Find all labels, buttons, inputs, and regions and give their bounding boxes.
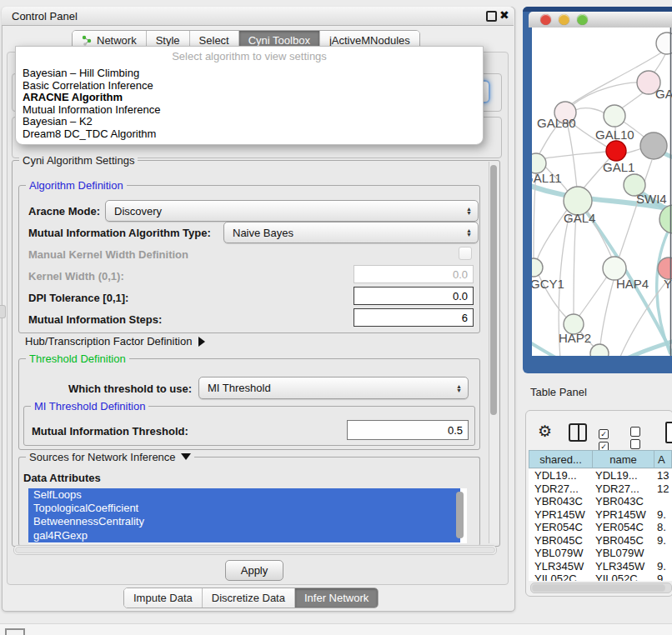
table-row[interactable]: YIL052CYIL052C9. — [529, 572, 672, 581]
dropdown-item[interactable]: Bayesian – Hill Climbing — [16, 68, 483, 80]
columns-icon[interactable] — [569, 423, 587, 442]
table-panel-title: Table Panel — [530, 386, 587, 398]
table-row[interactable]: YBR043CYBR043C — [529, 495, 672, 508]
dropdown-item[interactable]: Basic Correlation Inference — [16, 80, 483, 92]
table-row[interactable]: YDL19...YDL19...13 — [529, 469, 672, 482]
list-item[interactable]: BetweennessCentrality — [28, 515, 460, 528]
network-edge — [570, 82, 642, 107]
collapsed-panel-button[interactable] — [5, 628, 25, 635]
minimize-traffic-light-icon[interactable] — [559, 14, 569, 25]
table-row[interactable]: YDR27...YDR27...12 — [529, 482, 672, 496]
network-node-label: GAL4 — [564, 211, 595, 225]
mi-steps-field[interactable] — [354, 308, 474, 327]
list-scrollbar-thumb[interactable] — [456, 492, 464, 538]
network-node[interactable] — [656, 32, 672, 54]
control-panel-titlebar — [2, 7, 514, 26]
table-cell: YDR27... — [593, 482, 654, 496]
table-cell: YBL079W — [529, 547, 593, 560]
dpi-tolerance-label: DPI Tolerance [0,1]: — [28, 292, 128, 304]
select-all-icon[interactable]: ✓✓ — [599, 427, 610, 452]
table-cell: YLR345W — [593, 560, 654, 573]
dropdown-item-selected[interactable]: ARACNE Algorithm — [16, 92, 483, 104]
chevron-down-icon — [181, 453, 191, 460]
cyni-settings-title: Cyni Algorithm Settings — [19, 154, 138, 167]
close-icon[interactable]: ✖ — [499, 8, 509, 22]
network-edge — [545, 152, 607, 158]
mi-steps-label: Mutual Information Steps: — [28, 313, 162, 326]
dropdown-item[interactable]: Dream8 DC_TDC Algorithm — [16, 128, 483, 141]
table-cell: YER054C — [529, 521, 593, 534]
settings-h-scrollbar[interactable] — [13, 545, 497, 555]
network-node-label: GAL10 — [595, 128, 634, 142]
list-item[interactable]: gal4RGexp — [28, 529, 460, 542]
table-cell: YDR27... — [529, 482, 593, 496]
threshold-combobox[interactable]: MI Threshold ▲▼ — [198, 377, 469, 399]
table-row[interactable]: YBL079WYBL079W — [529, 547, 672, 560]
data-attributes-label: Data Attributes — [23, 472, 101, 484]
network-node[interactable] — [532, 258, 543, 277]
kernel-width-label: Kernel Width (0,1): — [28, 270, 124, 282]
gear-icon[interactable]: ⚙ — [538, 422, 552, 441]
network-edge — [579, 277, 607, 317]
settings-scrollbar-thumb[interactable] — [490, 165, 497, 415]
network-node-label: SWI4 — [636, 192, 667, 206]
network-node[interactable] — [606, 141, 626, 161]
panel-splitter[interactable] — [0, 305, 6, 318]
table-cell: 9. — [654, 560, 672, 573]
sources-group-title[interactable]: Sources for Network Inference — [26, 451, 194, 463]
mi-threshold-label: Mutual Information Threshold: — [32, 425, 188, 438]
dpi-tolerance-field[interactable] — [354, 287, 474, 305]
table-cell: YPR145W — [529, 508, 593, 522]
algorithm-definition-title: Algorithm Definition — [26, 179, 127, 192]
table-cell: YBR045C — [593, 534, 654, 548]
network-node[interactable] — [640, 132, 667, 159]
tab-impute-data[interactable]: Impute Data — [124, 588, 202, 608]
control-panel-title: Control Panel — [12, 10, 78, 22]
table-cell: 13 — [654, 469, 672, 482]
apply-button[interactable]: Apply — [225, 560, 283, 581]
settings-scrollbar[interactable] — [489, 162, 499, 543]
table-cell: YIL052C — [529, 572, 593, 581]
dropdown-item[interactable]: Bayesian – K2 — [16, 116, 483, 128]
mi-type-label: Mutual Information Algorithm Type: — [28, 227, 211, 239]
table-cell: YDL19... — [593, 469, 654, 482]
manual-kernel-checkbox[interactable] — [459, 247, 472, 260]
mi-type-combobox[interactable]: Naive Bayes ▲▼ — [223, 222, 479, 243]
table-row[interactable]: YER054CYER054C8. — [529, 521, 672, 534]
table-row[interactable]: YPR145WYPR145W9. — [529, 508, 672, 522]
list-item[interactable]: TopologicalCoefficient — [28, 502, 460, 515]
column-header-partial[interactable]: A — [654, 450, 672, 468]
network-node-label: GAL11 — [532, 171, 562, 185]
table-row[interactable]: YBR045CYBR045C9. — [529, 534, 672, 548]
file-icon[interactable] — [665, 422, 672, 443]
tab-discretize-data[interactable]: Discretize Data — [202, 588, 294, 608]
network-node-label: GCY1 — [532, 277, 564, 291]
screen: Control Panel ✖ Network Style Select Cyn… — [0, 0, 672, 635]
tab-network-label: Network — [97, 34, 137, 47]
dropdown-item[interactable]: Mutual Information Inference — [16, 104, 483, 117]
column-header-shared[interactable]: shared... — [529, 450, 593, 468]
list-item[interactable]: SelfLoops — [28, 488, 460, 502]
table-cell — [654, 547, 672, 560]
table-h-scrollbar[interactable] — [530, 582, 672, 593]
deselect-all-icon[interactable] — [630, 427, 642, 452]
table-cell: 12 — [654, 482, 672, 496]
hub-definition-expander[interactable]: Hub/Transcription Factor Definition — [25, 335, 205, 348]
zoom-traffic-light-icon[interactable] — [577, 14, 588, 25]
network-tab-icon — [82, 35, 93, 46]
table-row[interactable]: YLR345WYLR345W9. — [529, 560, 672, 573]
float-icon[interactable] — [486, 11, 497, 22]
table-cell: YIL052C — [593, 572, 654, 581]
network-canvas[interactable]: GALGAL80GAL10GAL1GAL11SWI4GAL4GCY1HAP4YH… — [532, 28, 672, 356]
which-threshold-label: Which threshold to use: — [68, 382, 192, 395]
column-header-name[interactable]: name — [593, 450, 654, 468]
tab-infer-network[interactable]: Infer Network — [294, 588, 378, 608]
chevron-updown-icon: ▲▼ — [466, 207, 472, 215]
mi-threshold-field[interactable] — [347, 420, 469, 440]
settings-h-scrollbar-thumb[interactable] — [15, 547, 495, 553]
close-traffic-light-icon[interactable] — [540, 14, 551, 25]
network-node[interactable] — [604, 105, 625, 127]
table-h-scrollbar-thumb[interactable] — [532, 584, 665, 592]
kernel-width-field[interactable] — [354, 265, 474, 283]
aracne-mode-combobox[interactable]: Discovery ▲▼ — [105, 200, 479, 222]
